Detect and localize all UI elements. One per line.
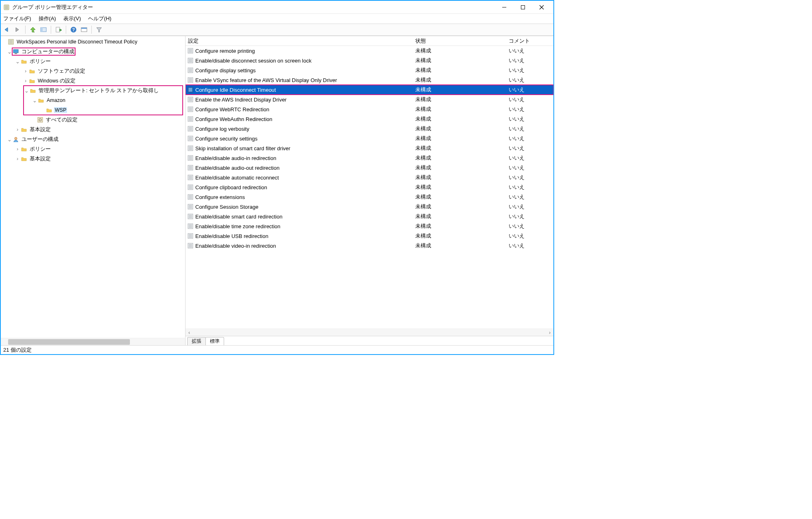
scroll-right-icon[interactable]: › bbox=[546, 329, 553, 336]
tree-label: 管理用テンプレート: セントラル ストアから取得し bbox=[38, 87, 160, 94]
tree-admin-templates[interactable]: ⌄ 管理用テンプレート: セントラル ストアから取得し bbox=[24, 86, 183, 95]
tree-policy[interactable]: ⌄ ポリシー bbox=[1, 56, 185, 66]
tree-user-policy[interactable]: › ポリシー bbox=[1, 144, 185, 154]
setting-name: Enable/disable audio-in redirection bbox=[195, 155, 276, 161]
scrollbar-thumb[interactable] bbox=[8, 339, 130, 345]
setting-row[interactable]: Enable/disable audio-out redirection未構成い… bbox=[186, 163, 553, 173]
maximize-button[interactable] bbox=[514, 1, 532, 13]
setting-row[interactable]: Enable/disable disconnect session on scr… bbox=[186, 56, 553, 65]
expander-icon[interactable]: › bbox=[15, 127, 20, 132]
expander-icon[interactable]: ⌄ bbox=[24, 88, 29, 94]
tree-user-preferences[interactable]: › 基本設定 bbox=[1, 154, 185, 164]
menu-file[interactable]: ファイル(F) bbox=[3, 15, 31, 22]
setting-icon bbox=[187, 125, 194, 132]
setting-row[interactable]: Configure WebRTC Redirection未構成いいえ bbox=[186, 104, 553, 114]
setting-name: Enable/disable disconnect session on scr… bbox=[195, 58, 311, 64]
setting-row[interactable]: Enable the AWS Indirect Display Driver未構… bbox=[186, 95, 553, 104]
tree-label: ソフトウェアの設定 bbox=[37, 68, 86, 75]
setting-name-cell: Configure display settings bbox=[186, 67, 415, 74]
setting-state: 未構成 bbox=[415, 47, 509, 54]
back-button[interactable] bbox=[2, 25, 12, 35]
tree-label: ポリシー bbox=[29, 58, 52, 65]
tree-pane: WorkSpaces Personal Idle Disconnect Time… bbox=[1, 36, 186, 345]
expander-icon[interactable]: › bbox=[15, 146, 20, 152]
setting-row[interactable]: Enable/disable audio-in redirection未構成いい… bbox=[186, 153, 553, 163]
column-setting[interactable]: 設定 bbox=[186, 37, 415, 45]
column-comment[interactable]: コメント bbox=[509, 37, 553, 45]
setting-row[interactable]: Enable/disable video-in redirection未構成いい… bbox=[186, 241, 553, 251]
setting-row[interactable]: Skip installation of smart card filter d… bbox=[186, 143, 553, 153]
expander-icon[interactable]: › bbox=[15, 156, 20, 162]
tree-preferences[interactable]: › 基本設定 bbox=[1, 125, 185, 134]
close-button[interactable] bbox=[532, 1, 551, 13]
toolbar-separator bbox=[25, 26, 26, 34]
setting-row[interactable]: Enable/disable smart card redirection未構成… bbox=[186, 212, 553, 221]
help-button[interactable]: ? bbox=[69, 25, 78, 35]
tree-user-config[interactable]: ⌄ ユーザーの構成 bbox=[1, 134, 185, 144]
setting-row[interactable]: Configure clipboard redirection未構成いいえ bbox=[186, 182, 553, 192]
list-horizontal-scrollbar[interactable]: ‹ › bbox=[186, 329, 553, 336]
setting-icon bbox=[187, 174, 194, 181]
expander-icon[interactable]: › bbox=[23, 68, 28, 74]
setting-row[interactable]: Configure extensions未構成いいえ bbox=[186, 192, 553, 202]
column-state[interactable]: 状態 bbox=[415, 37, 509, 45]
tree-amazon[interactable]: ⌄ Amazon bbox=[24, 95, 183, 105]
setting-row[interactable]: Configure Session Storage未構成いいえ bbox=[186, 202, 553, 212]
setting-row[interactable]: Configure security settings未構成いいえ bbox=[186, 134, 553, 143]
menubar: ファイル(F) 操作(A) 表示(V) ヘルプ(H) bbox=[1, 14, 553, 24]
export-button[interactable] bbox=[54, 25, 63, 35]
setting-name-cell: Configure Session Storage bbox=[186, 203, 415, 210]
setting-row[interactable]: Enable/disable USB redirection未構成いいえ bbox=[186, 231, 553, 241]
setting-state: 未構成 bbox=[415, 145, 509, 152]
setting-icon bbox=[187, 223, 194, 229]
setting-row[interactable]: Configure log verbosity未構成いいえ bbox=[186, 124, 553, 134]
tree-scroll[interactable]: WorkSpaces Personal Idle Disconnect Time… bbox=[1, 36, 185, 338]
show-hide-tree-button[interactable] bbox=[39, 25, 48, 35]
setting-row[interactable]: Enable/disable automatic reconnect未構成いいえ bbox=[186, 173, 553, 182]
expander-icon[interactable]: ⌄ bbox=[6, 136, 12, 143]
expander-icon[interactable]: ⌄ bbox=[6, 49, 12, 55]
svg-rect-12 bbox=[56, 27, 60, 32]
tree-computer-config[interactable]: ⌄ コンピューターの構成 bbox=[1, 47, 185, 56]
tree-label: 基本設定 bbox=[29, 156, 52, 162]
setting-row[interactable]: Enable/disable time zone redirection未構成い… bbox=[186, 221, 553, 231]
folder-icon bbox=[45, 106, 53, 114]
tab-extended[interactable]: 拡張 bbox=[187, 337, 206, 345]
setting-name-cell: Enable/disable USB redirection bbox=[186, 233, 415, 239]
tab-standard[interactable]: 標準 bbox=[205, 337, 224, 345]
setting-name: Enable/disable USB redirection bbox=[195, 233, 268, 239]
expander-icon[interactable]: › bbox=[23, 78, 28, 84]
minimize-button[interactable] bbox=[495, 1, 514, 13]
filter-button[interactable] bbox=[94, 25, 104, 35]
tree-windows[interactable]: › Windows の設定 bbox=[1, 76, 185, 86]
setting-row[interactable]: Configure remote printing未構成いいえ bbox=[186, 46, 553, 56]
menu-help[interactable]: ヘルプ(H) bbox=[88, 15, 111, 22]
app-icon bbox=[3, 4, 10, 11]
forward-button[interactable] bbox=[13, 25, 23, 35]
scroll-left-icon[interactable]: ‹ bbox=[186, 329, 193, 336]
expander-icon[interactable]: ⌄ bbox=[32, 97, 37, 104]
setting-row[interactable]: Configure Idle Disconnect Timeout未構成いいえ bbox=[186, 85, 553, 95]
setting-state: 未構成 bbox=[415, 135, 509, 142]
tree-root[interactable]: WorkSpaces Personal Idle Disconnect Time… bbox=[1, 37, 185, 47]
setting-comment: いいえ bbox=[509, 213, 553, 220]
setting-row[interactable]: Configure display settings未構成いいえ bbox=[186, 65, 553, 75]
properties-button[interactable] bbox=[79, 25, 89, 35]
menu-action[interactable]: 操作(A) bbox=[39, 15, 56, 22]
folder-icon bbox=[20, 58, 28, 65]
setting-state: 未構成 bbox=[415, 174, 509, 181]
expander-icon[interactable]: ⌄ bbox=[15, 58, 20, 65]
tree-software[interactable]: › ソフトウェアの設定 bbox=[1, 66, 185, 76]
settings-list[interactable]: Configure remote printing未構成いいえEnable/di… bbox=[186, 46, 553, 329]
menu-view[interactable]: 表示(V) bbox=[63, 15, 81, 22]
setting-row[interactable]: Enable VSync feature of the AWS Virtual … bbox=[186, 75, 553, 85]
folder-icon bbox=[28, 67, 36, 75]
setting-comment: いいえ bbox=[509, 154, 553, 162]
up-button[interactable] bbox=[28, 25, 38, 35]
setting-name: Enable/disable automatic reconnect bbox=[195, 175, 279, 181]
tree-all-settings[interactable]: すべての設定 bbox=[1, 115, 185, 125]
tree-wsp[interactable]: WSP bbox=[24, 105, 183, 115]
setting-row[interactable]: Configure WebAuthn Redirection未構成いいえ bbox=[186, 114, 553, 124]
tree-horizontal-scrollbar[interactable] bbox=[1, 338, 185, 345]
setting-icon bbox=[187, 57, 194, 64]
